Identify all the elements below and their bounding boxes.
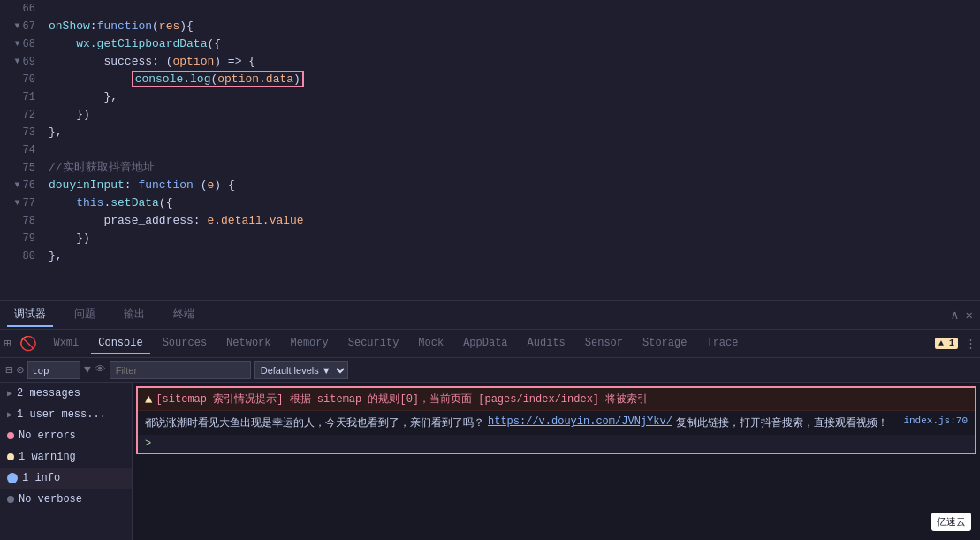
sidebar-item-messages[interactable]: ▶ 2 messages [0, 383, 132, 404]
tab-appdata[interactable]: AppData [456, 333, 514, 354]
tab-wxml[interactable]: Wxml [46, 333, 86, 354]
line-content: }, [44, 124, 980, 141]
sidebar-item-label: 1 info [22, 472, 60, 484]
code-line-68: ▼ 68 wx.getClipboardData({ [0, 35, 980, 53]
top-selector[interactable]: top [27, 361, 80, 379]
tab-mock[interactable]: Mock [411, 333, 451, 354]
line-content: douyinInput: function (e) { [44, 177, 980, 194]
code-lines: 66 ▼ 67 onShow:function(res){ ▼ 68 wx.ge… [0, 0, 980, 265]
line-arrow[interactable]: ▼ [11, 53, 20, 71]
line-number: 70 [23, 71, 35, 88]
tab-memory[interactable]: Memory [284, 333, 336, 354]
tab-audits[interactable]: Audits [520, 333, 573, 354]
line-content: this.setData({ [44, 194, 980, 212]
sidebar-item-errors[interactable]: No errors [0, 425, 132, 446]
editor-area: 66 ▼ 67 onShow:function(res){ ▼ 68 wx.ge… [0, 0, 980, 300]
verbose-dot-icon [7, 496, 14, 503]
sidebar-item-label: No errors [19, 430, 76, 442]
stop-icon[interactable]: ⊘ [16, 362, 23, 377]
tab-storage[interactable]: Storage [635, 333, 694, 354]
expand-panel-icon[interactable]: ⊞ [4, 336, 11, 351]
watermark: 亿速云 [931, 513, 971, 531]
source-reference[interactable]: index.js:70 [903, 415, 968, 426]
code-line-77: ▼ 77 this.setData({ [0, 194, 980, 212]
line-number: 80 [23, 247, 35, 265]
filter-input[interactable] [110, 361, 251, 379]
console-main-message: ▲ [sitemap 索引情况提示] 根据 sitemap 的规则[0]，当前页… [136, 386, 976, 454]
line-content: }, [44, 247, 980, 265]
line-number: 67 [23, 18, 35, 35]
code-line-72: 72 }) [0, 106, 980, 124]
filter-dropdown-icon[interactable]: ▼ [84, 363, 91, 376]
line-number: 74 [23, 141, 35, 159]
sidebar-item-user-messages[interactable]: ▶ 1 user mess... [0, 404, 132, 425]
warning-triangle-icon: ▲ [145, 392, 152, 407]
line-number: 66 [23, 0, 35, 18]
console-prompt-row: > [138, 435, 975, 453]
console-main: ▲ [sitemap 索引情况提示] 根据 sitemap 的规则[0]，当前页… [133, 383, 980, 540]
line-number: 72 [23, 106, 35, 124]
line-content: //实时获取抖音地址 [44, 159, 980, 177]
tab-sensor[interactable]: Sensor [578, 333, 630, 354]
tab-console[interactable]: Console [91, 333, 149, 354]
line-content [44, 141, 980, 159]
tab-problems[interactable]: 问题 [67, 303, 103, 327]
code-line-78: 78 prase_address: e.detail.value [0, 212, 980, 230]
line-number: 77 [23, 194, 35, 212]
line-arrow[interactable]: ▼ [11, 177, 20, 194]
line-content: wx.getClipboardData({ [44, 35, 980, 53]
line-arrow[interactable]: ▼ [11, 35, 20, 53]
line-content: console.log(option.data) [44, 71, 980, 88]
collapse-icon[interactable]: ⊟ [5, 362, 12, 377]
line-arrow[interactable]: ▼ [11, 18, 20, 35]
console-filter-toolbar: ⊟ ⊘ top ▼ 👁 Default levels ▼ [0, 358, 980, 383]
chevron-up-icon[interactable]: ∧ [951, 308, 958, 323]
more-options-icon[interactable]: ⋮ [965, 337, 976, 351]
app-container: 66 ▼ 67 onShow:function(res){ ▼ 68 wx.ge… [0, 0, 980, 540]
warning-badge: ▲ 1 [935, 338, 958, 349]
message-content-row: 都说涨潮时看见大鱼出现是幸运的人，今天我也看到了，亲们看到了吗？ https:/… [138, 411, 975, 435]
code-line-80: 80 }, [0, 247, 980, 265]
console-content: ▶ 2 messages ▶ 1 user mess... No errors … [0, 383, 980, 540]
sidebar-item-label: 1 warning [19, 451, 76, 463]
line-number: 79 [23, 230, 35, 247]
line-number: 76 [23, 177, 35, 194]
tab-security[interactable]: Security [341, 333, 406, 354]
console-tabs-row: ⊞ 🚫 Wxml Console Sources Network Memory … [0, 330, 980, 358]
clear-console-icon[interactable]: 🚫 [19, 335, 37, 353]
devtools-header: 调试器 问题 输出 终端 ∧ ✕ [0, 301, 980, 330]
code-line-76: ▼ 76 douyinInput: function (e) { [0, 177, 980, 194]
sitemap-warning-row: ▲ [sitemap 索引情况提示] 根据 sitemap 的规则[0]，当前页… [138, 388, 975, 411]
tab-output[interactable]: 输出 [117, 303, 152, 327]
chevron-icon: ▶ [7, 388, 12, 399]
prompt-arrow: > [145, 437, 151, 450]
close-icon[interactable]: ✕ [966, 308, 973, 323]
message-link[interactable]: https://v.douyin.com/JVNjYkv/ [488, 415, 672, 428]
line-content [44, 0, 980, 18]
message-text: 都说涨潮时看见大鱼出现是幸运的人，今天我也看到了，亲们看到了吗？ [145, 415, 484, 430]
line-number: 71 [23, 88, 35, 106]
code-line-71: 71 }, [0, 88, 980, 106]
sidebar-item-label: No verbose [19, 493, 82, 506]
message-link-suffix: 复制此链接，打开抖音搜索，直接观看视频！ [676, 415, 888, 430]
sidebar-item-info[interactable]: 1 info [0, 468, 132, 489]
level-select[interactable]: Default levels ▼ [254, 361, 348, 379]
line-number: 69 [23, 53, 35, 71]
sidebar-item-label: 2 messages [17, 387, 80, 399]
sidebar-item-verbose[interactable]: No verbose [0, 489, 132, 510]
line-number: 78 [23, 212, 35, 230]
line-number: 75 [23, 159, 35, 177]
console-left-panel: ▶ 2 messages ▶ 1 user mess... No errors … [0, 383, 133, 540]
tab-sources[interactable]: Sources [156, 333, 214, 354]
chevron-icon: ▶ [7, 409, 12, 420]
warning-dot-icon [7, 453, 14, 460]
eye-icon[interactable]: 👁 [95, 363, 106, 376]
tab-network[interactable]: Network [219, 333, 277, 354]
error-dot-icon [7, 432, 14, 439]
tab-terminal[interactable]: 终端 [166, 303, 201, 327]
line-arrow[interactable]: ▼ [11, 194, 20, 212]
line-number: 68 [23, 35, 35, 53]
tab-trace[interactable]: Trace [699, 333, 745, 354]
tab-debugger[interactable]: 调试器 [7, 303, 53, 327]
sidebar-item-warnings[interactable]: 1 warning [0, 446, 132, 468]
